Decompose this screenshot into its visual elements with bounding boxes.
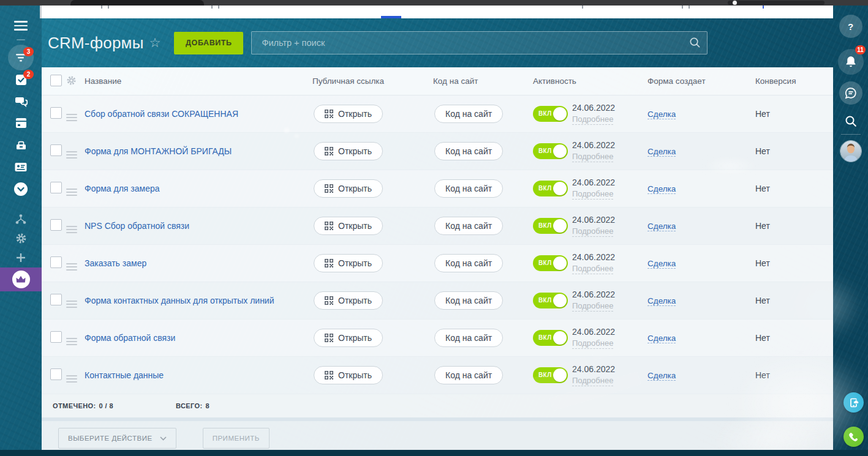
creates-link[interactable]: Сделка bbox=[647, 296, 676, 306]
creates-link[interactable]: Сделка bbox=[647, 184, 676, 194]
drag-handle-icon[interactable] bbox=[66, 114, 77, 121]
activity-toggle[interactable]: ВКЛ bbox=[533, 143, 568, 159]
details-link[interactable]: Подробнее bbox=[572, 376, 613, 386]
row-checkbox[interactable] bbox=[50, 368, 62, 380]
details-link[interactable]: Подробнее bbox=[572, 226, 613, 237]
select-all-checkbox[interactable] bbox=[50, 75, 62, 86]
drag-handle-icon[interactable] bbox=[66, 189, 77, 196]
activity-toggle[interactable]: ВКЛ bbox=[533, 255, 568, 271]
form-name-link[interactable]: NPS Сбор обратной связи bbox=[85, 221, 189, 231]
open-form-button[interactable]: Открыть bbox=[314, 217, 383, 235]
row-checkbox[interactable] bbox=[50, 219, 62, 231]
details-link[interactable]: Подробнее bbox=[572, 264, 613, 274]
site-code-button[interactable]: Код на сайт bbox=[434, 105, 503, 123]
site-code-button[interactable]: Код на сайт bbox=[434, 142, 503, 160]
column-header-site-code[interactable]: Код на сайт bbox=[433, 77, 530, 86]
open-form-button[interactable]: Открыть bbox=[314, 329, 383, 347]
form-name-link[interactable]: Форма для замера bbox=[85, 184, 160, 193]
site-code-button[interactable]: Код на сайт bbox=[434, 217, 503, 235]
creates-link[interactable]: Сделка bbox=[647, 110, 676, 119]
notifications-button[interactable]: 11 bbox=[833, 49, 868, 75]
row-checkbox[interactable] bbox=[50, 294, 62, 305]
open-form-button[interactable]: Открыть bbox=[314, 366, 383, 384]
activity-toggle[interactable]: ВКЛ bbox=[533, 218, 568, 234]
form-name-link[interactable]: Сбор обратной связи СОКРАЩЕННАЯ bbox=[85, 109, 238, 119]
row-checkbox[interactable] bbox=[50, 256, 62, 268]
row-checkbox[interactable] bbox=[50, 182, 62, 193]
open-form-button[interactable]: Открыть bbox=[314, 142, 383, 160]
site-code-button[interactable]: Код на сайт bbox=[434, 329, 503, 347]
sidebar-add-button[interactable] bbox=[0, 253, 42, 263]
site-code-button[interactable]: Код на сайт bbox=[434, 366, 503, 384]
sidebar-item-crm[interactable] bbox=[0, 162, 42, 173]
details-link[interactable]: Подробнее bbox=[572, 338, 613, 349]
drag-handle-icon[interactable] bbox=[66, 338, 77, 345]
form-name-link[interactable]: Заказать замер bbox=[85, 258, 146, 268]
drag-handle-icon[interactable] bbox=[66, 375, 77, 383]
filter-search-input[interactable] bbox=[251, 31, 708, 54]
column-header-activity[interactable]: Активность bbox=[530, 77, 647, 86]
grid-settings-gear-icon[interactable] bbox=[66, 75, 77, 86]
search-field-icon[interactable] bbox=[689, 36, 701, 49]
site-code-button[interactable]: Код на сайт bbox=[434, 254, 503, 272]
favorite-star-icon[interactable]: ☆ bbox=[149, 36, 161, 50]
help-button[interactable]: ? bbox=[833, 15, 868, 38]
details-link[interactable]: Подробнее bbox=[572, 152, 613, 162]
site-code-button[interactable]: Код на сайт bbox=[434, 179, 503, 198]
sidebar-item-calendar[interactable] bbox=[0, 117, 42, 129]
sidebar-item-tasks[interactable]: 2 bbox=[0, 72, 42, 87]
details-link[interactable]: Подробнее bbox=[572, 114, 613, 125]
open-form-button[interactable]: Открыть bbox=[314, 105, 383, 123]
creates-link[interactable]: Сделка bbox=[647, 371, 676, 381]
global-search-button[interactable] bbox=[833, 114, 868, 128]
site-code-button[interactable]: Код на сайт bbox=[434, 291, 503, 310]
add-button[interactable]: ДОБАВИТЬ bbox=[174, 32, 243, 54]
telephony-fab[interactable] bbox=[843, 427, 864, 447]
qr-code-icon bbox=[325, 371, 333, 379]
drag-handle-icon[interactable] bbox=[66, 226, 77, 233]
sidebar-item-drive[interactable] bbox=[0, 139, 42, 151]
form-name-link[interactable]: Контактные данные bbox=[85, 370, 164, 380]
select-action-dropdown[interactable]: ВЫБЕРИТЕ ДЕЙСТВИЕ bbox=[58, 428, 176, 449]
open-form-button[interactable]: Открыть bbox=[314, 179, 383, 198]
activity-toggle[interactable]: ВКЛ bbox=[533, 293, 568, 308]
sidebar-item-license[interactable] bbox=[0, 267, 42, 291]
sidebar-item-settings[interactable] bbox=[0, 233, 42, 244]
toggle-on-label: ВКЛ bbox=[538, 110, 552, 117]
activity-toggle[interactable]: ВКЛ bbox=[533, 181, 568, 196]
messenger-button[interactable] bbox=[833, 81, 868, 105]
column-header-name[interactable]: Название bbox=[85, 77, 312, 86]
site-code-button-label: Код на сайт bbox=[445, 296, 492, 305]
sidebar-item-sitemap[interactable] bbox=[0, 214, 42, 225]
apply-button[interactable]: ПРИМЕНИТЬ bbox=[203, 428, 270, 449]
details-link[interactable]: Подробнее bbox=[572, 301, 613, 312]
row-checkbox[interactable] bbox=[50, 331, 62, 343]
drag-handle-icon[interactable] bbox=[66, 263, 77, 271]
sidebar-item-feed[interactable]: 3 bbox=[0, 45, 42, 70]
creates-link[interactable]: Сделка bbox=[647, 147, 676, 157]
column-header-conversion[interactable]: Конверсия bbox=[755, 77, 833, 86]
sidebar-more-button[interactable] bbox=[0, 182, 42, 196]
row-checkbox[interactable] bbox=[50, 144, 62, 156]
column-header-public-link[interactable]: Публичная ссылка bbox=[312, 77, 433, 86]
connect-device-fab[interactable] bbox=[843, 392, 864, 413]
sidebar-item-chat[interactable] bbox=[0, 95, 42, 108]
column-header-creates[interactable]: Форма создает bbox=[647, 77, 755, 86]
profile-button[interactable] bbox=[833, 140, 868, 162]
row-checkbox[interactable] bbox=[50, 107, 62, 119]
sidebar-menu-button[interactable] bbox=[0, 21, 42, 31]
drag-handle-icon[interactable] bbox=[66, 301, 77, 308]
open-form-button[interactable]: Открыть bbox=[314, 291, 383, 310]
creates-link[interactable]: Сделка bbox=[647, 259, 676, 269]
creates-link[interactable]: Сделка bbox=[647, 222, 676, 231]
form-name-link[interactable]: Форма для МОНТАЖНОЙ БРИГАДЫ bbox=[85, 146, 232, 156]
form-name-link[interactable]: Форма обратной связи bbox=[85, 333, 175, 343]
activity-toggle[interactable]: ВКЛ bbox=[533, 367, 568, 383]
details-link[interactable]: Подробнее bbox=[572, 189, 613, 200]
activity-toggle[interactable]: ВКЛ bbox=[533, 330, 568, 346]
open-form-button[interactable]: Открыть bbox=[314, 254, 383, 272]
activity-toggle[interactable]: ВКЛ bbox=[533, 106, 568, 122]
drag-handle-icon[interactable] bbox=[66, 151, 77, 159]
form-name-link[interactable]: Форма контактных данных для открытых лин… bbox=[85, 296, 274, 305]
creates-link[interactable]: Сделка bbox=[647, 334, 676, 343]
